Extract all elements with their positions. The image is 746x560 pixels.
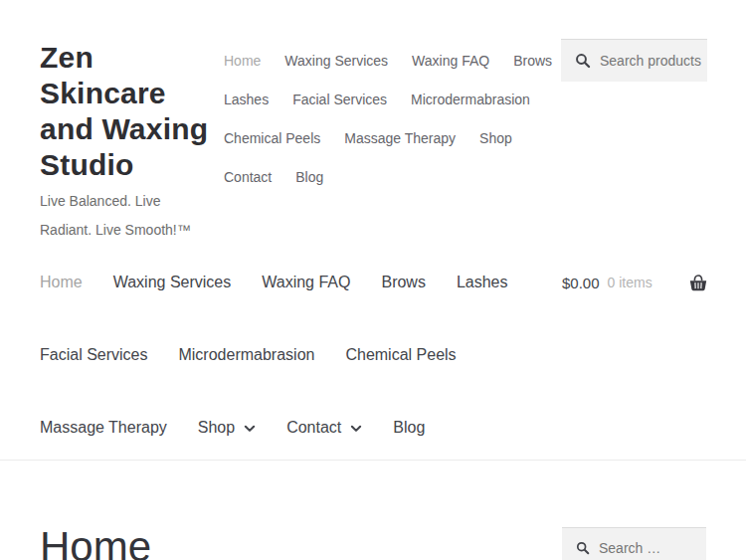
primary-nav-item-waxing-faq[interactable]: Waxing FAQ xyxy=(262,274,350,291)
primary-nav-item-label: Shop xyxy=(198,419,235,437)
product-search-input[interactable] xyxy=(600,53,707,69)
top-nav-item-lashes[interactable]: Lashes xyxy=(224,92,269,107)
site-title-line: Zen xyxy=(40,40,234,76)
primary-nav-item-contact[interactable]: Contact xyxy=(286,419,362,437)
primary-nav-item-massage-therapy[interactable]: Massage Therapy xyxy=(40,419,167,437)
primary-nav-item-brows[interactable]: Brows xyxy=(381,274,425,291)
top-nav-item-chemical-peels[interactable]: Chemical Peels xyxy=(224,130,320,146)
search-icon xyxy=(575,53,591,69)
product-search xyxy=(561,39,707,82)
primary-nav-item-microdermabrasion[interactable]: Microdermabrasion xyxy=(178,346,314,364)
primary-nav-item-waxing-services[interactable]: Waxing Services xyxy=(113,274,232,291)
site-title-line: and Waxing xyxy=(40,111,234,147)
site-title-line: Skincare xyxy=(40,76,234,111)
sidebar-search xyxy=(562,527,706,560)
primary-nav-row: Massage Therapy Shop Contact Blog xyxy=(40,415,456,441)
top-nav-item-waxing-services[interactable]: Waxing Services xyxy=(284,53,388,69)
header-divider xyxy=(0,460,746,461)
top-nav-item-facial-services[interactable]: Facial Services xyxy=(292,92,387,107)
secondary-nav-row: Contact Blog xyxy=(224,157,552,196)
site-branding: Zen Skincare and Waxing Studio Live Bala… xyxy=(40,40,234,245)
storefront-page: Zen Skincare and Waxing Studio Live Bala… xyxy=(0,0,746,560)
primary-nav-item-lashes[interactable]: Lashes xyxy=(457,274,508,291)
primary-nav-item-home[interactable]: Home xyxy=(40,274,83,291)
sidebar-search-input[interactable] xyxy=(599,540,706,556)
cart-item-count: 0 items xyxy=(608,275,653,290)
chevron-down-icon xyxy=(244,423,256,435)
tagline-line: Live Balanced. Live xyxy=(40,187,234,216)
top-nav-item-waxing-faq[interactable]: Waxing FAQ xyxy=(412,53,489,69)
top-nav-item-home[interactable]: Home xyxy=(224,53,261,69)
site-title[interactable]: Zen Skincare and Waxing Studio xyxy=(40,40,234,183)
chevron-down-icon xyxy=(350,423,362,435)
secondary-nav-row: Home Waxing Services Waxing FAQ Brows xyxy=(224,41,552,80)
site-tagline: Live Balanced. Live Radiant. Live Smooth… xyxy=(40,187,234,245)
top-nav-item-massage-therapy[interactable]: Massage Therapy xyxy=(344,130,456,146)
cart-summary[interactable]: $0.00 0 items xyxy=(562,270,708,295)
page-title: Home xyxy=(40,526,151,560)
site-title-line: Studio xyxy=(40,147,234,183)
primary-nav-item-facial-services[interactable]: Facial Services xyxy=(40,346,147,364)
top-nav-item-contact[interactable]: Contact xyxy=(224,169,272,185)
top-nav-item-microdermabrasion[interactable]: Microdermabrasion xyxy=(411,92,530,107)
top-nav-item-blog[interactable]: Blog xyxy=(295,169,323,185)
search-icon xyxy=(576,541,590,555)
primary-nav-item-shop[interactable]: Shop xyxy=(198,419,256,437)
secondary-nav-row: Lashes Facial Services Microdermabrasion xyxy=(224,80,552,118)
primary-nav-item-label: Contact xyxy=(286,419,341,437)
tagline-line: Radiant. Live Smooth!™ xyxy=(40,216,234,245)
primary-nav-item-blog[interactable]: Blog xyxy=(393,419,425,437)
secondary-nav-row: Chemical Peels Massage Therapy Shop xyxy=(224,118,552,157)
primary-nav-row: Facial Services Microdermabrasion Chemic… xyxy=(40,342,487,368)
cart-basket-icon xyxy=(688,274,708,292)
primary-nav-item-chemical-peels[interactable]: Chemical Peels xyxy=(345,346,456,364)
top-nav-item-shop[interactable]: Shop xyxy=(479,130,512,146)
secondary-nav: Home Waxing Services Waxing FAQ Brows La… xyxy=(224,41,552,196)
top-nav-item-brows[interactable]: Brows xyxy=(513,53,552,69)
primary-nav-row: Home Waxing Services Waxing FAQ Brows La… xyxy=(40,270,539,295)
cart-total: $0.00 xyxy=(562,275,600,291)
